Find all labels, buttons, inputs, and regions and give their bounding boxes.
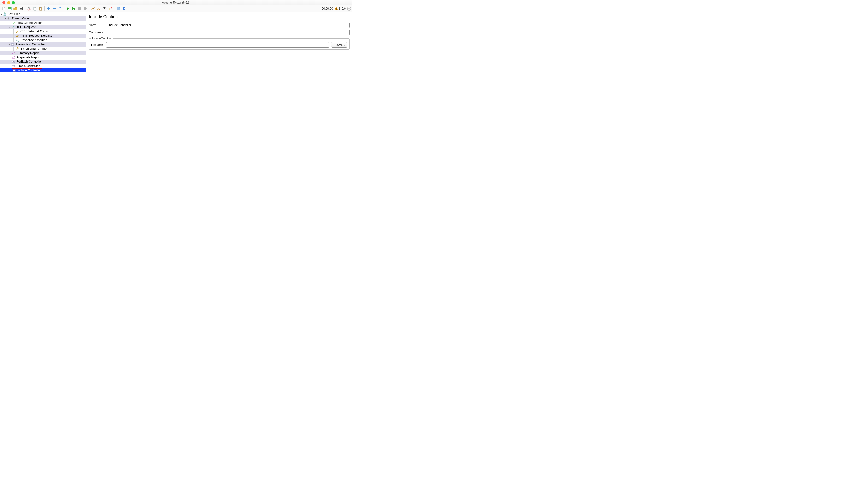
filename-input[interactable] bbox=[106, 42, 329, 48]
name-row: Name: bbox=[89, 23, 349, 28]
svg-rect-38 bbox=[13, 66, 14, 66]
cut-icon[interactable] bbox=[27, 6, 31, 11]
controller-icon bbox=[12, 68, 16, 72]
clear-all-icon[interactable] bbox=[96, 6, 101, 11]
fieldset-legend: Include Test Plan bbox=[91, 37, 113, 40]
svg-rect-33 bbox=[17, 47, 18, 48]
window-controls bbox=[0, 1, 15, 4]
reset-search-icon[interactable] bbox=[108, 6, 113, 11]
collapse-icon[interactable] bbox=[52, 6, 57, 11]
magnifier-icon bbox=[16, 38, 19, 42]
tree-node-sync-timer[interactable]: Synchronizing Timer bbox=[0, 47, 86, 51]
minimize-window-button[interactable] bbox=[7, 1, 10, 4]
paste-icon[interactable] bbox=[38, 6, 43, 11]
tree-node-foreach-controller[interactable]: ForEach Controller bbox=[0, 60, 86, 64]
title-bar: Apache JMeter (5.6.3) bbox=[0, 0, 352, 5]
tree-node-include-controller[interactable]: Include Controller bbox=[0, 68, 86, 72]
svg-rect-37 bbox=[12, 65, 14, 67]
svg-rect-35 bbox=[13, 61, 14, 62]
svg-rect-7 bbox=[21, 9, 22, 10]
main-area: ▼ Test Plan ▼ Thread Group Flow Control … bbox=[0, 12, 352, 195]
tree-node-thread-group[interactable]: ▼ Thread Group bbox=[0, 16, 86, 21]
expand-toggle[interactable]: ▼ bbox=[0, 13, 3, 16]
help-icon[interactable]: ? bbox=[122, 6, 126, 11]
clear-icon[interactable] bbox=[91, 6, 95, 11]
svg-rect-16 bbox=[78, 7, 81, 10]
svg-rect-13 bbox=[40, 7, 41, 8]
new-icon[interactable] bbox=[1, 6, 6, 11]
gear-icon bbox=[7, 17, 10, 21]
selection-highlight: Include Controller bbox=[11, 68, 42, 72]
wrench-icon bbox=[16, 30, 19, 33]
svg-rect-2 bbox=[8, 8, 9, 8]
svg-rect-24 bbox=[336, 9, 337, 10]
svg-point-9 bbox=[29, 9, 30, 10]
tree-label: HTTP Request Defaults bbox=[20, 34, 53, 37]
tree-node-summary-report[interactable]: Summary Report bbox=[0, 51, 86, 55]
tree-node-csv-config[interactable]: CSV Data Set Config bbox=[0, 29, 86, 34]
beaker-icon bbox=[3, 12, 7, 16]
start-no-timers-icon[interactable] bbox=[71, 6, 76, 11]
svg-text:?: ? bbox=[123, 7, 125, 10]
svg-rect-42 bbox=[13, 70, 15, 71]
timer-icon bbox=[16, 47, 19, 51]
templates-icon[interactable] bbox=[7, 6, 12, 11]
browse-button[interactable]: Browse... bbox=[331, 42, 347, 48]
expand-icon[interactable] bbox=[46, 6, 51, 11]
tree-label: Summary Report bbox=[16, 51, 39, 55]
tree-node-test-plan[interactable]: ▼ Test Plan bbox=[0, 12, 86, 16]
svg-point-8 bbox=[28, 9, 29, 10]
comments-row: Comments: bbox=[89, 30, 349, 35]
controller-icon bbox=[11, 60, 16, 64]
close-window-button[interactable] bbox=[2, 1, 5, 4]
elapsed-time: 00:00:00 bbox=[322, 7, 333, 10]
expand-toggle[interactable]: ▼ bbox=[8, 26, 10, 29]
controller-icon bbox=[10, 42, 14, 46]
expand-toggle[interactable]: ▼ bbox=[8, 43, 10, 46]
svg-rect-4 bbox=[8, 9, 11, 9]
copy-icon[interactable] bbox=[32, 6, 37, 11]
tree-label: Response Assertion bbox=[20, 38, 48, 42]
shutdown-icon[interactable] bbox=[83, 6, 88, 11]
controller-icon bbox=[11, 64, 16, 68]
stop-icon[interactable] bbox=[77, 6, 82, 11]
tree-pane: ▼ Test Plan ▼ Thread Group Flow Control … bbox=[0, 12, 86, 195]
svg-rect-1 bbox=[8, 7, 11, 10]
tree-label: Flow Control Action bbox=[16, 21, 43, 25]
start-icon[interactable] bbox=[65, 6, 70, 11]
search-icon[interactable] bbox=[102, 6, 107, 11]
test-tree[interactable]: ▼ Test Plan ▼ Thread Group Flow Control … bbox=[0, 12, 86, 72]
save-icon[interactable] bbox=[19, 6, 24, 11]
toggle-icon[interactable] bbox=[58, 6, 62, 11]
warning-indicator[interactable]: 1 bbox=[335, 7, 340, 10]
svg-point-17 bbox=[84, 7, 87, 10]
include-test-plan-fieldset: Include Test Plan Filename Browse... bbox=[89, 37, 349, 50]
name-label: Name: bbox=[89, 24, 105, 27]
filename-label: Filename bbox=[91, 43, 104, 47]
open-icon[interactable] bbox=[13, 6, 18, 11]
comments-input[interactable] bbox=[107, 30, 349, 35]
tree-node-http-request[interactable]: ▼ HTTP Request bbox=[0, 25, 86, 29]
wrench-icon bbox=[16, 34, 19, 38]
maximize-window-button[interactable] bbox=[12, 1, 15, 4]
pencil-icon bbox=[11, 21, 16, 25]
expand-toggle[interactable]: ▼ bbox=[4, 17, 7, 20]
svg-point-28 bbox=[16, 39, 18, 41]
svg-rect-23 bbox=[336, 8, 337, 9]
tree-node-transaction-controller[interactable]: ▼ Transaction Controller bbox=[0, 42, 86, 47]
function-helper-icon[interactable] bbox=[116, 6, 121, 11]
name-input[interactable] bbox=[107, 23, 349, 28]
panel-title: Include Controller bbox=[89, 14, 349, 19]
tree-node-simple-controller[interactable]: Simple Controller bbox=[0, 64, 86, 68]
tree-label: Transaction Controller bbox=[15, 43, 45, 46]
tree-node-response-assertion[interactable]: Response Assertion bbox=[0, 38, 86, 42]
tree-node-aggregate-report[interactable]: Aggregate Report bbox=[0, 55, 86, 60]
tree-node-http-defaults[interactable]: HTTP Request Defaults bbox=[0, 34, 86, 38]
svg-rect-6 bbox=[20, 7, 22, 8]
tree-node-flow-control[interactable]: Flow Control Action bbox=[0, 21, 86, 25]
toolbar: ? 00:00:00 1 0/0 bbox=[0, 5, 352, 12]
tree-label: Include Controller bbox=[17, 69, 41, 72]
warning-count: 1 bbox=[339, 7, 340, 10]
svg-rect-14 bbox=[40, 8, 41, 10]
splitter-grip[interactable] bbox=[85, 103, 86, 108]
